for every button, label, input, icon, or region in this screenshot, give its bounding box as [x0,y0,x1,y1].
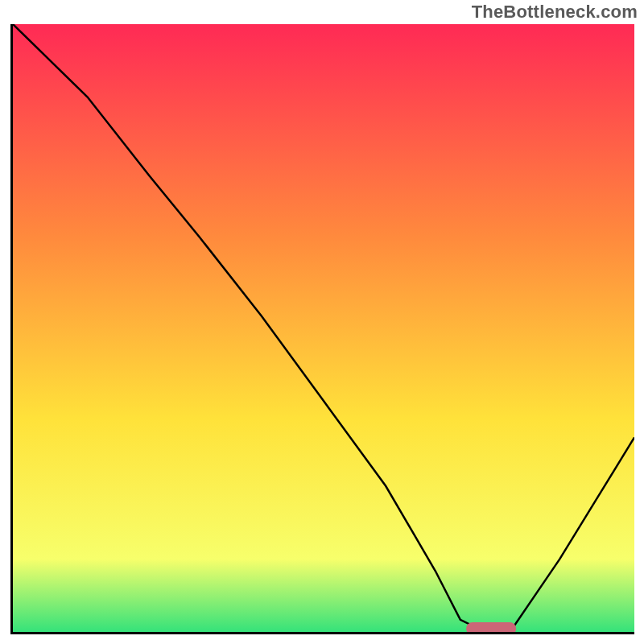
watermark-text: TheBottleneck.com [472,2,638,23]
plot-area [10,24,634,634]
plot-svg [13,24,634,632]
gradient-fill [13,24,634,632]
optimal-marker [467,622,517,634]
